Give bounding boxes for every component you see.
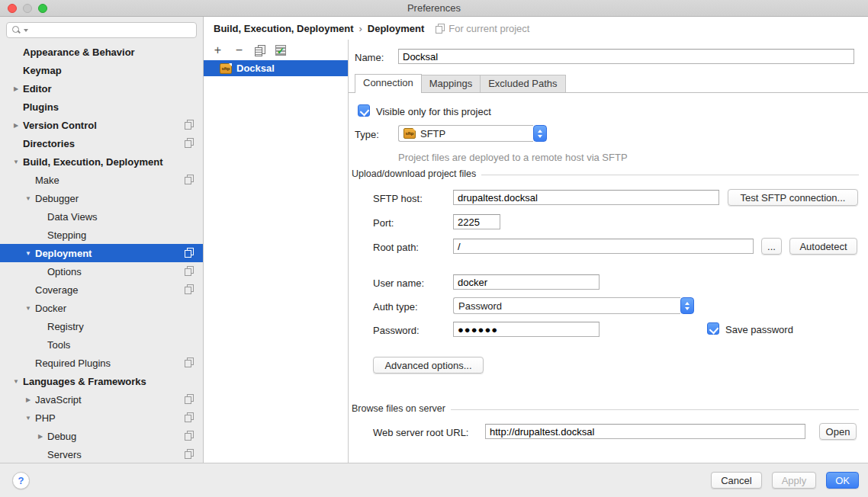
sidebar-item-make[interactable]: Make xyxy=(0,171,203,189)
name-input[interactable] xyxy=(398,49,854,64)
browse-root-path-button[interactable]: ... xyxy=(761,238,782,255)
type-label: Type: xyxy=(355,129,379,140)
minimize-window-button[interactable] xyxy=(23,4,32,13)
sidebar-item-languages-frameworks[interactable]: ▼Languages & Frameworks xyxy=(0,372,203,390)
sidebar-item-registry[interactable]: Registry xyxy=(0,317,203,335)
search-icon xyxy=(11,25,22,35)
search-options-caret-icon[interactable] xyxy=(24,29,28,32)
sidebar-item-required-plugins[interactable]: Required Plugins xyxy=(0,354,203,372)
breadcrumb: Build, Execution, Deployment › Deploymen… xyxy=(204,17,868,40)
password-label: Password: xyxy=(373,325,420,336)
project-scope-icon xyxy=(185,175,194,184)
tab-excluded-paths[interactable]: Excluded Paths xyxy=(480,75,565,92)
chevron-right-icon[interactable]: ▶ xyxy=(9,85,23,92)
sidebar-item-options[interactable]: Options xyxy=(0,262,203,281)
breadcrumb-separator: › xyxy=(358,23,362,34)
sidebar-item-servers[interactable]: Servers xyxy=(0,445,203,463)
project-scope-icon xyxy=(185,431,194,441)
sidebar-item-data-views[interactable]: Data Views xyxy=(0,207,203,226)
visible-only-label: Visible only for this project xyxy=(376,106,491,117)
settings-tree: Appearance & BehaviorKeymap▶EditorPlugin… xyxy=(0,41,203,463)
zoom-window-button[interactable] xyxy=(38,4,47,13)
remove-server-icon[interactable]: − xyxy=(233,45,245,56)
settings-search-box[interactable] xyxy=(6,22,197,38)
autodetect-button[interactable]: Autodetect xyxy=(789,238,857,255)
add-server-icon[interactable]: + xyxy=(212,45,223,56)
save-password-checkbox[interactable] xyxy=(707,322,719,335)
chevron-down-icon[interactable]: ▼ xyxy=(21,195,35,202)
chevron-down-icon[interactable]: ▼ xyxy=(21,305,35,312)
sidebar-item-label: Data Views xyxy=(47,211,98,223)
sidebar-item-label: Required Plugins xyxy=(35,358,111,369)
sidebar-item-appearance-behavior[interactable]: Appearance & Behavior xyxy=(0,43,203,61)
open-url-button[interactable]: Open xyxy=(819,423,857,440)
sidebar-item-tools[interactable]: Tools xyxy=(0,335,203,354)
apply-button[interactable]: Apply xyxy=(772,472,817,489)
password-input[interactable] xyxy=(453,322,600,337)
root-path-input[interactable] xyxy=(453,239,754,254)
type-dropdown-stepper-icon[interactable] xyxy=(533,125,547,142)
tab-bar: ConnectionMappingsExcluded Paths xyxy=(349,75,868,93)
chevron-down-icon[interactable]: ▼ xyxy=(21,250,35,257)
deployment-form: Name: ConnectionMappingsExcluded Paths V… xyxy=(349,40,868,463)
server-list-panel: +− sftpDocksal xyxy=(204,40,349,463)
help-button[interactable]: ? xyxy=(12,472,30,489)
sidebar-item-editor[interactable]: ▶Editor xyxy=(0,79,203,98)
tab-connection[interactable]: Connection xyxy=(355,74,422,93)
name-label: Name: xyxy=(355,52,384,63)
sidebar-item-label: Servers xyxy=(47,449,82,460)
cancel-button[interactable]: Cancel xyxy=(711,472,761,489)
scope-indicator: For current project xyxy=(436,23,529,34)
sidebar-item-debug[interactable]: ▶Debug xyxy=(0,427,203,445)
sidebar-item-build-execution-deployment[interactable]: ▼Build, Execution, Deployment xyxy=(0,152,203,171)
sidebar-item-label: Stepping xyxy=(47,229,86,241)
port-input[interactable] xyxy=(453,214,500,229)
browse-section-label: Browse files on server xyxy=(352,403,445,414)
chevron-right-icon[interactable]: ▶ xyxy=(21,396,35,403)
window-title: Preferences xyxy=(407,2,461,14)
test-sftp-connection-button[interactable]: Test SFTP connection... xyxy=(728,189,858,206)
sidebar-item-stepping[interactable]: Stepping xyxy=(0,226,203,244)
chevron-down-icon[interactable]: ▼ xyxy=(21,415,35,422)
auth-type-dropdown[interactable]: Password xyxy=(453,297,694,314)
chevron-right-icon[interactable]: ▶ xyxy=(34,433,47,440)
sidebar-item-label: Options xyxy=(47,266,82,277)
server-item-docksal[interactable]: sftpDocksal xyxy=(204,60,348,76)
close-window-button[interactable] xyxy=(8,4,17,13)
sidebar-item-label: JavaScript xyxy=(35,394,82,406)
breadcrumb-group[interactable]: Build, Execution, Deployment xyxy=(214,23,353,34)
chevron-right-icon[interactable]: ▶ xyxy=(9,122,23,129)
sidebar-item-label: Coverage xyxy=(35,284,78,296)
chevron-down-icon[interactable]: ▼ xyxy=(9,159,23,165)
copy-server-icon[interactable] xyxy=(255,45,265,56)
tab-mappings[interactable]: Mappings xyxy=(421,75,481,92)
chevron-down-icon[interactable]: ▼ xyxy=(9,378,23,385)
advanced-options-button[interactable]: Advanced options... xyxy=(373,357,484,374)
project-scope-icon xyxy=(185,248,194,258)
sidebar-item-label: Docker xyxy=(35,303,66,314)
user-name-input[interactable] xyxy=(453,274,600,290)
search-input[interactable] xyxy=(31,25,191,36)
type-value: SFTP xyxy=(420,128,445,139)
project-scope-icon xyxy=(185,284,194,294)
visible-only-checkbox[interactable] xyxy=(358,104,370,117)
sidebar-item-plugins[interactable]: Plugins xyxy=(0,98,203,116)
sidebar-item-javascript[interactable]: ▶JavaScript xyxy=(0,390,203,409)
sidebar-item-debugger[interactable]: ▼Debugger xyxy=(0,189,203,207)
use-as-default-icon[interactable] xyxy=(275,45,286,56)
web-root-input[interactable] xyxy=(485,424,805,439)
auth-type-label: Auth type: xyxy=(373,301,418,313)
sidebar-item-php[interactable]: ▼PHP xyxy=(0,409,203,427)
sidebar-item-deployment[interactable]: ▼Deployment xyxy=(0,244,203,262)
auth-type-dropdown-stepper-icon[interactable] xyxy=(680,297,694,314)
sidebar-item-label: Build, Execution, Deployment xyxy=(23,156,162,168)
sftp-host-input[interactable] xyxy=(453,190,719,205)
sidebar-item-coverage[interactable]: Coverage xyxy=(0,281,203,299)
ok-button[interactable]: OK xyxy=(826,472,859,489)
sidebar-item-keymap[interactable]: Keymap xyxy=(0,61,203,79)
sidebar-item-version-control[interactable]: ▶Version Control xyxy=(0,116,203,134)
breadcrumb-page: Deployment xyxy=(368,23,424,34)
sidebar-item-docker[interactable]: ▼Docker xyxy=(0,299,203,317)
sidebar-item-directories[interactable]: Directories xyxy=(0,134,203,152)
type-dropdown[interactable]: sftp SFTP xyxy=(398,125,547,142)
